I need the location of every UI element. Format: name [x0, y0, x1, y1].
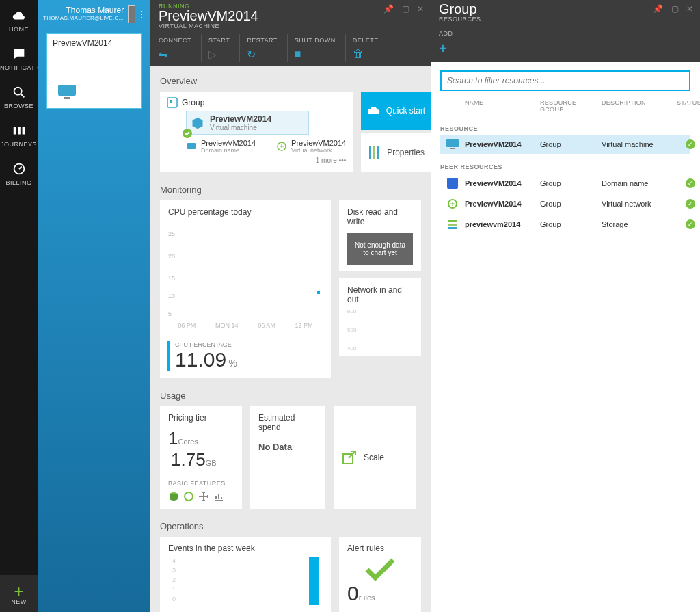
spend-card[interactable]: Estimated spend No Data: [250, 406, 325, 509]
connect-icon: ⇋: [159, 48, 191, 61]
resource-row[interactable]: PreviewVM2014 Group Virtual machine ✓: [440, 135, 690, 154]
group-blade-subtitle: RESOURCES: [439, 16, 692, 23]
cpu-chart-card[interactable]: CPU percentage today 25 20 15 10 5: [160, 200, 331, 378]
rail-browse-label: BROWSE: [0, 103, 38, 109]
overview-vm-name: PreviewVM2014: [210, 114, 271, 124]
vnet-icon: [447, 198, 458, 209]
toolbar-shutdown[interactable]: SHUT DOWN ■: [295, 34, 346, 62]
monitor-icon: [57, 83, 77, 101]
toolbar-add[interactable]: ADD +: [439, 27, 463, 58]
svg-rect-3: [22, 127, 25, 135]
rail-home[interactable]: HOME: [0, 0, 38, 38]
toolbar-restart[interactable]: RESTART ↻: [247, 34, 288, 62]
vnet-icon: [276, 141, 287, 152]
pricing-tier-card[interactable]: Pricing tier 1Cores 1.75GB BASIC FEATURE…: [160, 406, 242, 509]
section-operations: Operations: [160, 521, 421, 531]
resource-row[interactable]: PreviewVM2014 Group Domain name ✓: [440, 173, 690, 194]
user-header[interactable]: Thomas Maurer THOMAS.MAURER@LIVE.C... ⋮: [38, 0, 150, 26]
overview-group-label: Group: [182, 98, 204, 107]
user-name: Thomas Maurer: [43, 6, 124, 14]
chat-icon: [12, 46, 27, 62]
restart-icon: ↻: [247, 48, 278, 61]
svg-rect-12: [369, 146, 371, 159]
network-title: Network in and out: [347, 285, 413, 304]
disk-title: Disk read and write: [347, 207, 413, 226]
circle-icon: [183, 491, 194, 502]
toolbar-connect[interactable]: CONNECT ⇋: [159, 34, 202, 62]
plus-icon: +: [439, 41, 453, 57]
blade-subtitle: VIRTUAL MACHINE: [159, 23, 422, 29]
pinned-tile-vm[interactable]: PreviewVM2014: [46, 33, 142, 109]
data-point: [317, 291, 320, 294]
svg-point-16: [185, 492, 193, 501]
section-overview: Overview: [160, 76, 421, 86]
status-ok-icon: ✓: [686, 219, 695, 229]
rail-new[interactable]: + NEW: [0, 575, 38, 612]
svg-rect-23: [448, 224, 457, 226]
close-icon[interactable]: ✕: [686, 4, 693, 14]
maximize-icon[interactable]: ▢: [402, 4, 409, 14]
rail-home-label: HOME: [0, 26, 38, 33]
svg-rect-8: [170, 100, 172, 103]
resource-table-header: NAME RESOURCE GROUP DESCRIPTION STATUS: [440, 96, 690, 116]
close-icon[interactable]: ✕: [417, 4, 424, 14]
resource-row[interactable]: PreviewVM2014 Group Virtual network ✓: [440, 194, 690, 214]
stop-icon: ■: [295, 48, 336, 60]
toolbar-delete[interactable]: DELETE 🗑: [353, 34, 388, 62]
move-icon: [198, 491, 209, 502]
network-card[interactable]: Network in and out 600 500 400: [339, 278, 421, 356]
rail-browse[interactable]: BROWSE: [0, 77, 38, 115]
overview-map-card[interactable]: Group PreviewVM2014 Virtual machine: [160, 92, 353, 172]
rail-new-label: NEW: [0, 598, 38, 605]
pin-icon[interactable]: 📌: [653, 4, 663, 14]
rail-notifications[interactable]: NOTIFICATIONS: [0, 38, 38, 77]
columns-icon: [12, 123, 27, 138]
cpu-metric-unit: %: [228, 358, 237, 369]
trash-icon: 🗑: [353, 48, 379, 60]
quick-start-tile[interactable]: Quick start: [361, 92, 431, 130]
maximize-icon[interactable]: ▢: [671, 4, 679, 14]
user-email: THOMAS.MAURER@LIVE.C...: [43, 14, 124, 23]
avatar: [128, 5, 135, 23]
section-monitoring: Monitoring: [160, 185, 421, 195]
cloud-icon: [12, 8, 27, 23]
group-icon: [167, 97, 178, 108]
events-title: Events in the past week: [168, 544, 323, 553]
disk-card[interactable]: Disk read and write Not enough data to c…: [339, 200, 421, 271]
storage-icon: [447, 219, 458, 230]
pin-icon[interactable]: 📌: [383, 4, 394, 14]
overview-vm-type: Virtual machine: [210, 124, 271, 131]
toolbar-start[interactable]: START ▷: [208, 34, 240, 62]
rail-notifications-label: NOTIFICATIONS: [0, 64, 38, 71]
alert-title: Alert rules: [347, 544, 413, 553]
section-usage: Usage: [160, 390, 421, 401]
svg-rect-20: [447, 178, 458, 189]
rail-journeys-label: JOURNEYS: [0, 141, 38, 148]
domain-icon: [447, 178, 458, 189]
chart-icon: [213, 491, 224, 502]
alert-value: 0: [347, 582, 359, 604]
cpu-chart-title: CPU percentage today: [160, 200, 331, 221]
plus-icon: +: [0, 585, 38, 598]
events-card[interactable]: Events in the past week 4 3 2 1 0: [160, 537, 331, 612]
scale-card[interactable]: Scale: [334, 406, 416, 509]
properties-tile[interactable]: Properties: [361, 133, 431, 172]
rail-journeys[interactable]: JOURNEYS: [0, 115, 38, 153]
alert-rules-card[interactable]: Alert rules 0rules: [339, 537, 421, 612]
search-input[interactable]: [440, 70, 690, 91]
overview-more[interactable]: 1 more •••: [167, 157, 346, 164]
category-peer: PEER RESOURCES: [440, 163, 690, 170]
svg-rect-2: [18, 127, 21, 135]
resource-row[interactable]: previewvm2014 Group Storage ✓: [440, 214, 690, 235]
scale-icon: [342, 450, 357, 465]
cpu-metric-value: 11.09: [175, 348, 226, 371]
check-icon: [364, 557, 396, 581]
rail-billing[interactable]: BILLING: [0, 153, 38, 191]
meter-icon: [12, 161, 27, 176]
svg-rect-24: [448, 227, 457, 229]
disk-icon: [168, 491, 179, 502]
user-menu-icon[interactable]: ⋮: [137, 11, 146, 18]
cloud-bolt-icon: [367, 105, 381, 116]
pinned-tile-label: PreviewVM2014: [53, 38, 135, 48]
search-icon: [12, 85, 27, 100]
